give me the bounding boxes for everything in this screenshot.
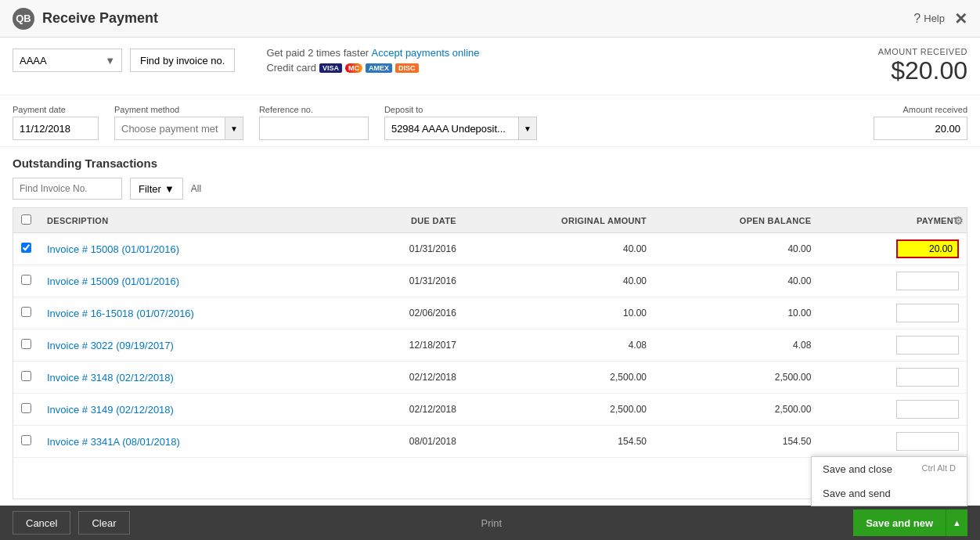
row-payment-input[interactable] xyxy=(896,336,959,355)
row-due-date: 01/31/2016 xyxy=(346,233,464,265)
filter-arrow-icon: ▼ xyxy=(164,183,175,195)
save-and-new-button[interactable]: Save and new xyxy=(853,509,946,536)
payment-date-input[interactable] xyxy=(13,117,99,140)
filter-button[interactable]: Filter ▼ xyxy=(130,178,183,200)
table-row: Invoice # 3149 (02/12/2018)02/12/20182,5… xyxy=(13,394,967,426)
find-by-invoice-button[interactable]: Find by invoice no. xyxy=(130,49,235,72)
payment-method-input[interactable] xyxy=(115,117,225,139)
due-date-header: DUE DATE xyxy=(346,208,464,233)
row-payment-input[interactable] xyxy=(896,239,959,258)
table-row: Invoice # 15009 (01/01/2016)01/31/201640… xyxy=(13,265,967,297)
save-new-dropdown: Save and new ▲ xyxy=(853,509,967,536)
row-original-amount: 10.00 xyxy=(464,297,654,329)
row-original-amount: 2,500.00 xyxy=(464,362,654,394)
row-checkbox-cell xyxy=(13,426,39,458)
amount-received-display: AMOUNT RECEIVED $20.00 xyxy=(878,47,967,85)
page-title: Receive Payment xyxy=(42,10,158,27)
invoice-link[interactable]: Invoice # 15008 (01/01/2016) xyxy=(47,243,179,255)
invoice-link[interactable]: Invoice # 3022 (09/19/2017) xyxy=(47,340,174,351)
row-open-balance: 2,500.00 xyxy=(654,394,819,426)
row-checkbox[interactable] xyxy=(21,275,31,285)
question-icon: ? xyxy=(913,12,921,26)
row-payment-input[interactable] xyxy=(896,368,959,387)
select-all-header[interactable] xyxy=(13,208,39,233)
reference-input[interactable] xyxy=(259,117,369,140)
row-description: Invoice # 15009 (01/01/2016) xyxy=(39,265,346,297)
header-right: ? Help ✕ xyxy=(913,9,967,28)
row-checkbox[interactable] xyxy=(21,339,31,349)
form-row: Payment date Payment method ▼ Reference … xyxy=(13,105,967,140)
row-checkbox-cell xyxy=(13,233,39,265)
row-payment-cell xyxy=(819,265,967,297)
help-button[interactable]: ? Help xyxy=(913,12,945,26)
deposit-wrap: ▼ xyxy=(384,117,537,140)
payment-date-label: Payment date xyxy=(13,105,99,114)
save-close-label: Save and close xyxy=(823,463,892,475)
find-invoice-input[interactable] xyxy=(13,178,122,200)
cancel-button[interactable]: Cancel xyxy=(13,511,70,535)
transactions-section: Outstanding Transactions Filter ▼ All DE… xyxy=(0,147,980,506)
print-button[interactable]: Print xyxy=(481,517,502,529)
amount-received-field-label: Amount received xyxy=(903,105,967,114)
save-new-dropdown-arrow[interactable]: ▲ xyxy=(946,509,967,536)
row-checkbox[interactable] xyxy=(21,371,31,381)
row-checkbox-cell xyxy=(13,394,39,426)
save-and-close-option[interactable]: Save and close Ctrl Alt D xyxy=(812,457,967,481)
payment-method-arrow[interactable]: ▼ xyxy=(225,117,243,139)
row-description: Invoice # 16-15018 (01/07/2016) xyxy=(39,297,346,329)
amount-received-value: $20.00 xyxy=(878,56,967,85)
deposit-dropdown-arrow[interactable]: ▼ xyxy=(518,117,536,139)
mastercard-icon: MC xyxy=(345,63,362,73)
row-payment-input[interactable] xyxy=(896,432,959,451)
row-checkbox-cell xyxy=(13,362,39,394)
amount-received-field: Amount received xyxy=(874,105,967,140)
footer-left: Cancel Clear xyxy=(13,511,130,535)
save-and-send-option[interactable]: Save and send xyxy=(812,481,967,506)
get-paid-text: Get paid 2 times faster Accept payments … xyxy=(266,47,479,59)
row-description: Invoice # 3148 (02/12/2018) xyxy=(39,362,346,394)
invoice-link[interactable]: Invoice # 3149 (02/12/2018) xyxy=(47,404,174,416)
invoice-link[interactable]: Invoice # 3341A (08/01/2018) xyxy=(47,436,180,448)
invoice-link[interactable]: Invoice # 15009 (01/01/2016) xyxy=(47,275,179,287)
payment-method-label: Payment method xyxy=(114,105,243,114)
select-all-checkbox[interactable] xyxy=(21,214,31,225)
row-original-amount: 2,500.00 xyxy=(464,394,654,426)
row-payment-input[interactable] xyxy=(896,400,959,419)
deposit-label: Deposit to xyxy=(384,105,537,114)
reference-group: Reference no. xyxy=(259,105,369,140)
row-checkbox[interactable] xyxy=(21,403,31,413)
amount-received-input[interactable] xyxy=(874,117,967,140)
row-checkbox[interactable] xyxy=(21,243,31,253)
filter-row: Filter ▼ All xyxy=(13,178,967,200)
description-header: DESCRIPTION xyxy=(39,208,346,233)
invoice-link[interactable]: Invoice # 3148 (02/12/2018) xyxy=(47,372,174,383)
row-payment-cell xyxy=(819,329,967,362)
gear-icon[interactable]: ⚙ xyxy=(953,214,964,227)
customer-select: AAAA ▼ xyxy=(13,49,122,72)
accept-payments-link[interactable]: Accept payments online xyxy=(372,47,480,59)
header: QB Receive Payment ? Help ✕ xyxy=(0,0,980,38)
table-row: Invoice # 3148 (02/12/2018)02/12/20182,5… xyxy=(13,362,967,394)
discover-icon: DISC xyxy=(395,63,419,73)
reference-label: Reference no. xyxy=(259,105,369,114)
customer-dropdown[interactable]: AAAA ▼ xyxy=(13,49,122,72)
table-header-row: DESCRIPTION DUE DATE ORIGINAL AMOUNT OPE… xyxy=(13,208,967,233)
row-payment-input[interactable] xyxy=(896,272,959,290)
transactions-table: DESCRIPTION DUE DATE ORIGINAL AMOUNT OPE… xyxy=(13,208,967,458)
save-send-label: Save and send xyxy=(823,488,891,499)
row-payment-cell xyxy=(819,297,967,329)
main-container: QB Receive Payment ? Help ✕ AAAA ▼ Find … xyxy=(0,0,980,540)
clear-button[interactable]: Clear xyxy=(78,511,129,535)
row-payment-input[interactable] xyxy=(896,304,959,322)
all-label: All xyxy=(191,183,201,194)
table-row: Invoice # 3022 (09/19/2017)12/18/20174.0… xyxy=(13,329,967,362)
footer-right: Save and close Ctrl Alt D Save and send … xyxy=(853,509,967,536)
invoice-link[interactable]: Invoice # 16-15018 (01/07/2016) xyxy=(47,308,194,319)
close-button[interactable]: ✕ xyxy=(954,9,967,28)
deposit-input[interactable] xyxy=(385,117,518,139)
row-checkbox[interactable] xyxy=(21,307,31,317)
row-checkbox[interactable] xyxy=(21,435,31,445)
payment-promo: Get paid 2 times faster Accept payments … xyxy=(266,47,479,74)
save-dropdown-popup: Save and close Ctrl Alt D Save and send xyxy=(811,456,967,506)
row-payment-cell xyxy=(819,233,967,265)
